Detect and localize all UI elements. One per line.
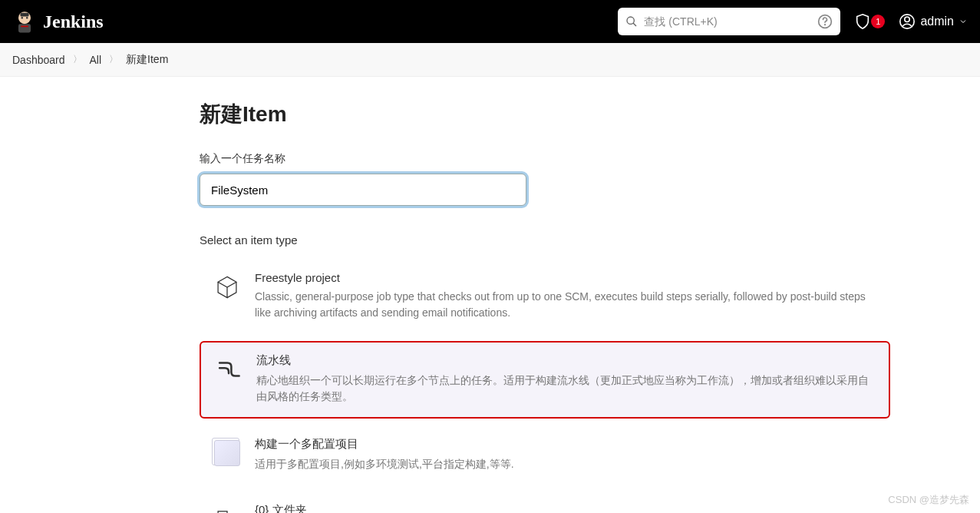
item-desc: Classic, general-purpose job type that c… bbox=[255, 289, 876, 321]
multiconfig-icon bbox=[213, 440, 241, 468]
watermark: CSDN @造梦先森 bbox=[888, 493, 969, 507]
svg-point-5 bbox=[627, 17, 634, 24]
person-icon bbox=[899, 13, 916, 30]
svg-line-6 bbox=[633, 23, 636, 26]
item-title: 流水线 bbox=[256, 353, 875, 368]
item-type-multiconfig[interactable]: 构建一个多配置项目 适用于多配置项目,例如多环境测试,平台指定构建,等等. bbox=[200, 426, 890, 485]
item-title: 构建一个多配置项目 bbox=[255, 437, 876, 452]
svg-point-4 bbox=[26, 17, 28, 18]
page-title: 新建Item bbox=[200, 100, 890, 129]
breadcrumb-item-all[interactable]: All bbox=[90, 54, 102, 66]
chevron-right-icon: 〉 bbox=[73, 53, 82, 66]
building-icon bbox=[213, 506, 241, 513]
help-icon[interactable] bbox=[817, 14, 833, 29]
item-type-folder[interactable]: {0} 文件夹 Creates a set of multibranch pro… bbox=[200, 492, 890, 513]
breadcrumb: Dashboard 〉 All 〉 新建Item bbox=[0, 43, 980, 77]
search-box[interactable] bbox=[618, 8, 840, 35]
alert-badge: 1 bbox=[871, 15, 885, 28]
chevron-right-icon: 〉 bbox=[109, 53, 118, 66]
alerts-button[interactable]: 1 bbox=[850, 13, 889, 30]
breadcrumb-item-dashboard[interactable]: Dashboard bbox=[12, 54, 65, 66]
top-header: Jenkins 1 admin bbox=[0, 0, 980, 43]
svg-rect-1 bbox=[18, 24, 31, 32]
item-desc: 精心地组织一个可以长期运行在多个节点上的任务。适用于构建流水线（更加正式地应当称… bbox=[256, 372, 875, 405]
shield-icon bbox=[854, 13, 871, 30]
svg-point-3 bbox=[21, 17, 23, 18]
search-input[interactable] bbox=[644, 15, 811, 28]
jenkins-logo-icon bbox=[12, 8, 37, 35]
svg-point-10 bbox=[905, 17, 909, 22]
select-type-label: Select an item type bbox=[200, 233, 890, 247]
logo-text: Jenkins bbox=[43, 12, 104, 32]
user-menu[interactable]: admin bbox=[899, 13, 968, 30]
main-content: 新建Item 输入一个任务名称 Select an item type Free… bbox=[0, 77, 890, 513]
item-type-pipeline[interactable]: 流水线 精心地组织一个可以长期运行在多个节点上的任务。适用于构建流水线（更加正式… bbox=[200, 341, 890, 419]
item-desc: 适用于多配置项目,例如多环境测试,平台指定构建,等等. bbox=[255, 456, 876, 472]
svg-rect-2 bbox=[20, 13, 28, 17]
search-icon bbox=[625, 15, 638, 28]
user-name: admin bbox=[920, 15, 954, 28]
item-title: Freestyle project bbox=[255, 271, 876, 284]
item-type-freestyle[interactable]: Freestyle project Classic, general-purpo… bbox=[200, 260, 890, 333]
cube-icon bbox=[213, 274, 241, 302]
item-type-list: Freestyle project Classic, general-purpo… bbox=[200, 260, 890, 513]
logo[interactable]: Jenkins bbox=[12, 8, 104, 35]
item-name-input[interactable] bbox=[200, 174, 526, 206]
pipeline-icon bbox=[215, 356, 243, 384]
svg-point-8 bbox=[825, 24, 827, 25]
name-field-label: 输入一个任务名称 bbox=[200, 152, 890, 166]
breadcrumb-item-new[interactable]: 新建Item bbox=[126, 53, 168, 67]
item-title: {0} 文件夹 bbox=[255, 503, 876, 513]
chevron-down-icon bbox=[959, 17, 968, 26]
